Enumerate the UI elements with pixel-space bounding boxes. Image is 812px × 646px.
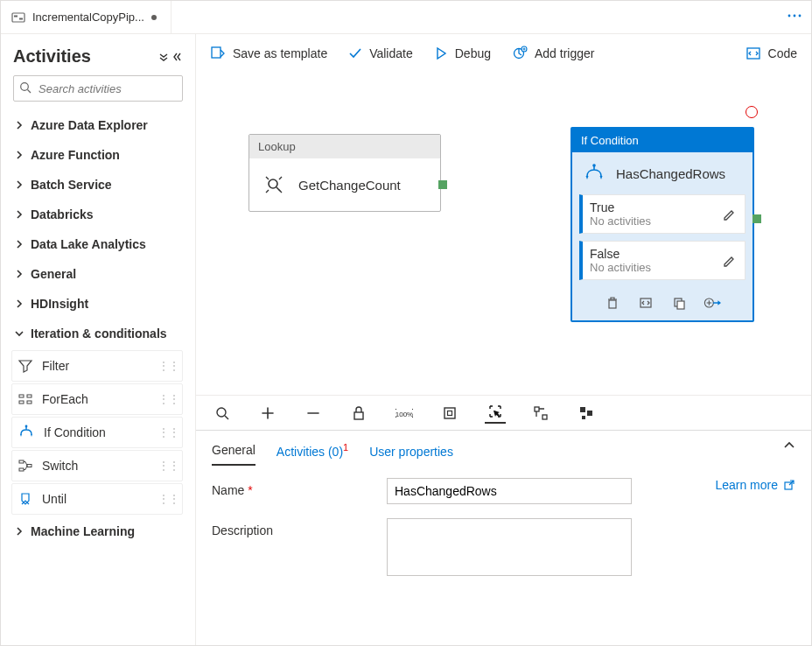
svg-line-34 (225, 416, 228, 419)
svg-point-22 (269, 179, 277, 188)
node-name: HasChangedRows (616, 166, 725, 181)
activity-foreach[interactable]: ForEach⋮⋮ (11, 383, 183, 415)
chevron-right-icon (16, 180, 23, 189)
svg-rect-35 (354, 412, 363, 419)
zoom-in-button[interactable] (257, 403, 278, 424)
canvas-toolbar: 100% (196, 395, 811, 430)
svg-rect-39 (535, 407, 539, 411)
if-branch-false[interactable]: False No activities (579, 241, 746, 280)
auto-align-button[interactable] (530, 403, 551, 424)
name-label: Name* (212, 478, 387, 497)
collapse-properties-button[interactable] (783, 439, 795, 452)
trigger-icon (512, 46, 528, 61)
svg-rect-8 (19, 395, 24, 397)
properties-panel: General Activities (0)1 User properties … (196, 430, 811, 645)
group-azure-data-explorer[interactable]: Azure Data Explorer (11, 110, 188, 140)
output-port[interactable] (438, 180, 447, 189)
activity-if-condition[interactable]: If Condition⋮⋮ (11, 417, 183, 448)
chevron-up-icon (783, 439, 795, 452)
learn-more-link[interactable]: Learn more (715, 478, 795, 492)
activity-node-if-condition[interactable]: If Condition HasChangedRows True No acti… (570, 127, 754, 322)
svg-rect-18 (212, 47, 220, 58)
group-machine-learning[interactable]: Machine Learning (11, 516, 188, 546)
canvas[interactable]: Lookup GetChangeCount If Condition HasCh (196, 73, 811, 430)
search-input[interactable] (13, 75, 183, 102)
chevron-right-icon (16, 121, 23, 130)
group-batch-service[interactable]: Batch Service (11, 170, 188, 200)
zoom-out-button[interactable] (303, 403, 324, 424)
description-input[interactable] (387, 518, 632, 576)
output-port[interactable] (752, 214, 761, 223)
svg-rect-0 (12, 13, 24, 22)
chevron-right-icon (16, 527, 23, 536)
activity-switch[interactable]: Switch⋮⋮ (11, 450, 183, 481)
properties-tabs: General Activities (0)1 User properties (196, 431, 811, 466)
code-icon (746, 46, 761, 61)
switch-icon (18, 458, 33, 474)
group-iteration-conditionals[interactable]: Iteration & conditionals (11, 319, 188, 348)
svg-text:100%: 100% (396, 411, 413, 418)
sidebar-title: Activities (13, 46, 158, 67)
search-canvas-button[interactable] (212, 403, 233, 424)
lock-button[interactable] (348, 403, 369, 424)
svg-rect-40 (542, 415, 547, 419)
search-icon (19, 81, 32, 94)
sidebar-collapse-icons[interactable] (158, 52, 183, 62)
layout-button[interactable] (576, 403, 597, 424)
select-mode-button[interactable] (485, 403, 506, 424)
validate-button[interactable]: Validate (348, 46, 413, 60)
code-icon[interactable] (637, 294, 654, 312)
svg-rect-17 (27, 465, 32, 467)
group-databricks[interactable]: Databricks (11, 200, 188, 229)
svg-rect-15 (19, 460, 24, 463)
grip-icon: ⋮⋮ (158, 460, 179, 472)
main-area: Save as template Validate Debug Add trig… (196, 34, 811, 645)
group-data-lake-analytics[interactable]: Data Lake Analytics (11, 229, 188, 259)
delete-icon[interactable] (604, 294, 621, 312)
tab-more-button[interactable] (787, 8, 802, 24)
svg-rect-41 (580, 407, 585, 412)
tab-user-properties[interactable]: User properties (369, 445, 453, 466)
node-type-label: If Condition (572, 129, 752, 152)
svg-marker-32 (718, 300, 721, 305)
activity-until[interactable]: Until⋮⋮ (11, 483, 183, 515)
tab-activities[interactable]: Activities (0)1 (276, 442, 348, 466)
editor-tab[interactable]: IncrementalCopyPip... (1, 1, 172, 34)
name-input[interactable] (387, 478, 632, 504)
activity-filter[interactable]: Filter⋮⋮ (11, 350, 183, 382)
edit-icon[interactable] (722, 253, 738, 269)
copy-icon[interactable] (670, 294, 688, 312)
pipeline-toolbar: Save as template Validate Debug Add trig… (196, 34, 811, 73)
validation-error-icon (746, 106, 758, 118)
play-icon (434, 46, 448, 60)
svg-rect-1 (14, 15, 18, 17)
fit-to-screen-button[interactable] (439, 403, 460, 424)
zoom-100-button[interactable]: 100% (394, 403, 415, 424)
activity-node-lookup[interactable]: Lookup GetChangeCount (248, 134, 441, 212)
save-as-template-button[interactable]: Save as template (210, 46, 327, 61)
node-type-label: Lookup (249, 135, 440, 158)
code-button[interactable]: Code (746, 46, 797, 61)
foreach-icon (18, 391, 33, 407)
svg-line-7 (28, 90, 32, 94)
group-azure-function[interactable]: Azure Function (11, 140, 188, 170)
svg-rect-2 (19, 18, 23, 19)
debug-button[interactable]: Debug (434, 46, 491, 60)
tab-strip: IncrementalCopyPip... (1, 1, 811, 34)
svg-point-26 (592, 164, 596, 167)
svg-point-5 (799, 15, 802, 18)
svg-point-14 (25, 425, 28, 428)
tab-general[interactable]: General (212, 443, 256, 466)
sidebar-header: Activities (1, 41, 195, 75)
lookup-icon (262, 172, 286, 197)
activities-sidebar: Activities Azure Data Explorer Azure Fun… (1, 34, 196, 645)
group-general[interactable]: General (11, 259, 188, 289)
edit-icon[interactable] (722, 207, 738, 222)
add-arrow-icon[interactable] (704, 294, 721, 312)
if-condition-icon (583, 163, 606, 184)
add-trigger-button[interactable]: Add trigger (512, 46, 594, 61)
svg-rect-27 (609, 300, 616, 308)
svg-rect-30 (677, 301, 684, 309)
if-branch-true[interactable]: True No activities (579, 194, 746, 234)
group-hdinsight[interactable]: HDInsight (11, 289, 188, 319)
